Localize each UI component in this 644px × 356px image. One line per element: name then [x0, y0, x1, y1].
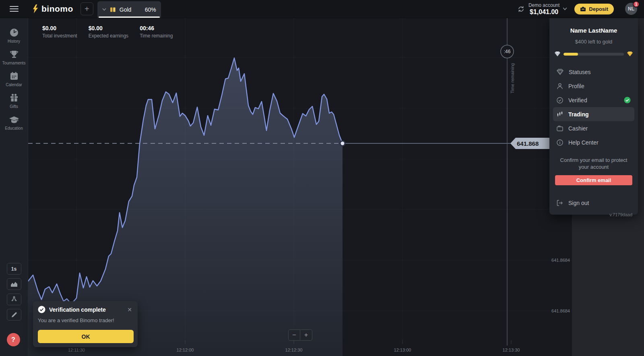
deadline-label: Time remaining [510, 63, 515, 93]
status-progress-caption: $400 left to gold [555, 39, 632, 45]
x-axis-label: 12:13:30 [503, 348, 520, 352]
indicators-button[interactable] [7, 294, 21, 305]
menu-item-verified[interactable]: Verified [553, 93, 634, 107]
sidebar-item-label: History [8, 39, 20, 43]
account-balance: $1,041.00 [528, 8, 559, 16]
menu-item-label: Statuses [569, 69, 590, 75]
add-asset-tab-button[interactable]: + [80, 2, 93, 15]
menu-item-profile[interactable]: Profile [553, 79, 634, 93]
refresh-icon[interactable] [518, 6, 524, 12]
sidebar-item-calendar[interactable]: Calendar [0, 71, 28, 87]
topbar-right-cluster: Demo account $1,041.00 Deposit NL 1 [518, 2, 637, 16]
x-axis-label: 12:13:00 [394, 348, 411, 352]
trophy-icon [9, 50, 19, 59]
menu-item-statuses[interactable]: Statuses [553, 65, 634, 79]
toast-title: Verification complete [49, 306, 106, 313]
account-selector[interactable]: Demo account $1,041.00 [528, 2, 559, 16]
sidebar-item-label: Calendar [6, 83, 22, 87]
hamburger-menu-icon[interactable] [10, 4, 19, 13]
history-clock-icon [9, 28, 19, 37]
drawing-button[interactable] [7, 309, 21, 321]
binomo-logo: binomo [32, 4, 73, 14]
account-chevron-down-icon[interactable] [563, 7, 567, 10]
topbar: binomo + Gold 60% Demo account $1,041.00 [0, 0, 644, 18]
sidebar-nav: History Tournaments Calendar [0, 18, 28, 130]
menu-item-sign-out[interactable]: Sign out [553, 196, 634, 210]
expected-earnings-label: Expected earnings [89, 33, 128, 39]
success-check-icon [38, 306, 45, 313]
x-axis-label: 12:12:30 [285, 348, 303, 352]
menu-item-label: Sign out [568, 200, 589, 206]
avatar-initials: NL [628, 6, 634, 12]
menu-item-trading[interactable]: Trading [553, 107, 634, 121]
verification-toast: Verification complete ✕ You are a verifi… [33, 301, 138, 347]
status-progress [549, 45, 638, 62]
sidebar-item-history[interactable]: History [0, 28, 28, 43]
total-investment-value: $0.00 [42, 25, 77, 31]
sidebar-item-label: Tournaments [2, 61, 26, 65]
asset-payout: 60% [145, 6, 156, 13]
confirm-email-button[interactable]: Confirm email [555, 175, 632, 185]
menu-item-label: Profile [568, 83, 584, 89]
gold-diamond-icon [627, 51, 633, 57]
area-chart-icon [10, 281, 18, 287]
account-menu: Statuses Profile Verified [549, 62, 638, 152]
logo-text: binomo [41, 4, 73, 14]
toast-message: You are a verified Binomo trader! [38, 317, 134, 323]
cashier-wallet-icon [557, 126, 563, 131]
menu-item-cashier[interactable]: Cashier [553, 121, 634, 135]
asset-name: Gold [120, 6, 132, 13]
menu-item-label: Trading [568, 111, 589, 118]
stat-expected-earnings: $0.00 Expected earnings [89, 25, 128, 39]
chevron-down-icon[interactable] [102, 8, 106, 11]
help-button[interactable]: ? [7, 333, 20, 346]
pencil-icon [11, 312, 17, 318]
confirm-email-text: Confirm your email to protect your accou… [555, 157, 632, 170]
toast-ok-button[interactable]: OK [38, 330, 134, 343]
compass-icon [11, 296, 17, 303]
deposit-label: Deposit [589, 6, 608, 12]
notification-badge: 1 [633, 1, 640, 8]
y-axis-label: 641.8684 [551, 308, 570, 313]
zoom-out-button[interactable]: − [288, 329, 300, 341]
sidebar-item-gifts[interactable]: Gifts [0, 93, 28, 109]
chart-tools: 1s ? [7, 263, 21, 356]
countdown-text: :46 [504, 49, 511, 54]
sidebar-item-label: Education [5, 126, 23, 130]
toast-close-icon[interactable]: ✕ [126, 306, 134, 313]
time-remaining-value: 00:46 [140, 25, 173, 31]
graduation-cap-icon [9, 115, 19, 124]
y-axis-label: 641.8684 [551, 258, 570, 263]
menu-item-help-center[interactable]: Help Center [553, 135, 634, 149]
gold-bars-icon [109, 7, 116, 12]
trading-candles-icon [557, 111, 563, 118]
x-axis-label: 12:12:00 [177, 348, 194, 352]
status-progress-fill [564, 53, 578, 56]
x-axis-label: 12:11:30 [68, 348, 85, 352]
sidebar: History Tournaments Calendar [0, 18, 28, 356]
deposit-button[interactable]: Deposit [574, 4, 614, 14]
account-type: Demo account [528, 2, 559, 8]
verified-check-circle-icon [557, 97, 563, 103]
menu-item-label: Cashier [568, 125, 588, 132]
sidebar-item-education[interactable]: Education [0, 115, 28, 130]
asset-tab-gold[interactable]: Gold 60% [97, 1, 161, 18]
time-remaining-label: Time remaining [140, 33, 173, 39]
zoom-in-button[interactable]: + [300, 329, 312, 341]
trade-stats-bar: $0.00 Total investment $0.00 Expected ea… [42, 25, 173, 39]
sidebar-item-label: Gifts [10, 104, 18, 109]
account-dropdown-panel: Name LastName $400 left to gold Statuses [549, 18, 638, 215]
chart-zoom-controls: − + [288, 329, 312, 341]
sign-out-icon [557, 200, 563, 206]
avatar[interactable]: NL 1 [625, 3, 637, 15]
chart-type-button[interactable] [7, 278, 21, 290]
calendar-icon [9, 71, 19, 81]
status-progress-track [564, 53, 624, 56]
timeframe-button[interactable]: 1s [7, 263, 21, 275]
expected-earnings-value: $0.00 [89, 25, 128, 31]
menu-item-label: Help Center [568, 139, 599, 146]
sidebar-item-tournaments[interactable]: Tournaments [0, 50, 28, 65]
stat-total-investment: $0.00 Total investment [42, 25, 77, 39]
wallet-icon [580, 6, 586, 12]
bolt-icon [32, 4, 39, 13]
